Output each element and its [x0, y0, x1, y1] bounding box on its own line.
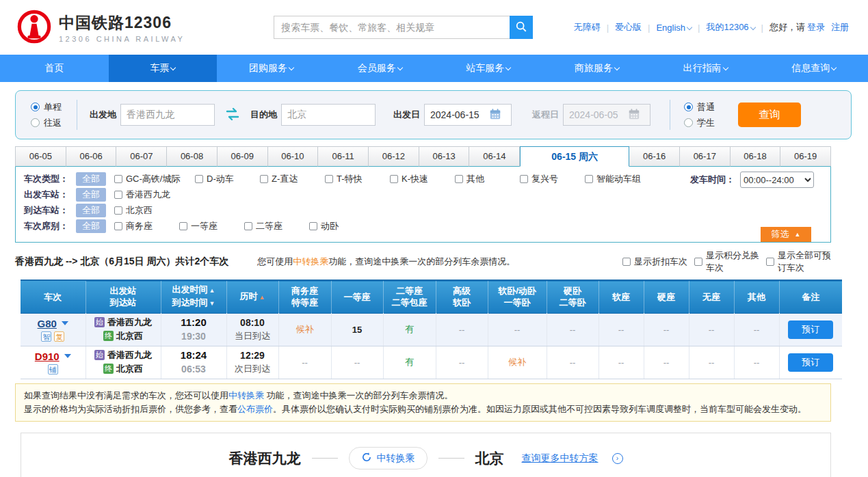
checkbox-icon[interactable] [244, 222, 252, 230]
site-logo[interactable]: 中国铁路12306 12306 CHINA RAILWAY [16, 9, 185, 46]
seat-availability-cell[interactable]: 候补 [488, 346, 547, 379]
checkbox-icon[interactable] [195, 175, 203, 183]
passenger-normal-option[interactable]: 普通 [684, 101, 715, 113]
column-header[interactable]: 历时▲ [226, 280, 278, 313]
login-link[interactable]: 登录 [807, 21, 825, 33]
nav-item-info-query[interactable]: 信息查询 [759, 55, 868, 82]
published-fares-link[interactable]: 公布票价 [237, 404, 273, 414]
date-tab-06-19[interactable]: 06-19 [780, 146, 831, 167]
checkbox-icon[interactable] [114, 206, 122, 215]
date-tab-06-07[interactable]: 06-07 [116, 146, 167, 167]
filter-option[interactable]: 复兴号 [520, 173, 585, 185]
date-tab-06-17[interactable]: 06-17 [680, 146, 731, 167]
date-tab-06-09[interactable]: 06-09 [218, 146, 268, 167]
column-header[interactable]: 一等座 [331, 280, 383, 313]
filter-all-badge[interactable]: 全部 [76, 188, 106, 202]
display-filter-checkbox[interactable]: 显示全部可预订车次 [766, 249, 831, 274]
checkbox-icon[interactable] [766, 258, 774, 266]
column-header[interactable]: 软卧/动卧一等卧 [488, 280, 547, 313]
column-header[interactable]: 硬卧二等卧 [547, 280, 599, 313]
query-submit-button[interactable]: 查询 [738, 103, 801, 127]
filter-option[interactable]: Z-直达 [260, 173, 325, 185]
care-version-link[interactable]: 爱心版 [615, 21, 642, 33]
column-header[interactable]: 备注 [779, 280, 842, 313]
checkbox-icon[interactable] [309, 222, 317, 230]
seat-availability-cell[interactable]: 15 [331, 313, 383, 346]
filter-option[interactable]: GC-高铁/城际 [114, 173, 195, 185]
nav-item-business-travel[interactable]: 商旅服务 [542, 55, 651, 82]
radio-icon[interactable] [31, 118, 40, 127]
filter-option[interactable]: 动卧 [309, 220, 374, 232]
depart-time-select[interactable]: 00:00--24:00 [740, 172, 814, 188]
trip-oneway-option[interactable]: 单程 [31, 101, 62, 113]
filter-option[interactable]: T-特快 [325, 173, 390, 185]
transfer-link[interactable]: 中转换乘 [228, 390, 264, 400]
calendar-icon[interactable] [489, 108, 501, 122]
filter-option[interactable]: D-动车 [195, 173, 260, 185]
filter-all-badge[interactable]: 全部 [76, 172, 106, 186]
date-tab-06-14[interactable]: 06-14 [469, 146, 520, 167]
column-header[interactable]: 软座 [599, 280, 644, 313]
column-header[interactable]: 出发站到达站 [86, 280, 161, 313]
seat-availability-cell[interactable]: 候补 [278, 313, 331, 346]
checkbox-icon[interactable] [325, 175, 333, 183]
date-tab-06-13[interactable]: 06-13 [419, 146, 470, 167]
radio-icon[interactable] [684, 118, 693, 127]
column-header[interactable]: 其他 [734, 280, 779, 313]
checkbox-icon[interactable] [114, 175, 122, 183]
radio-selected-icon[interactable] [684, 103, 693, 111]
date-tab-06-16[interactable]: 06-16 [629, 146, 680, 167]
search-button[interactable] [510, 16, 533, 39]
filter-all-badge[interactable]: 全部 [76, 204, 106, 217]
register-link[interactable]: 注册 [831, 21, 849, 33]
checkbox-icon[interactable] [455, 175, 463, 183]
filter-option[interactable]: 商务座 [114, 220, 179, 232]
trip-roundtrip-option[interactable]: 往返 [31, 117, 62, 129]
from-input[interactable] [127, 109, 209, 120]
date-tab-06-18[interactable]: 06-18 [731, 146, 781, 167]
nav-item-tickets[interactable]: 车票 [109, 55, 218, 82]
checkbox-icon[interactable] [390, 175, 398, 183]
passenger-student-option[interactable]: 学生 [684, 117, 715, 129]
filter-option[interactable]: 一等座 [179, 220, 244, 232]
checkbox-icon[interactable] [114, 191, 122, 199]
nav-item-group-service[interactable]: 团购服务 [217, 55, 326, 82]
date-tab-06-11[interactable]: 06-11 [318, 146, 369, 167]
date-tab-06-10[interactable]: 06-10 [268, 146, 319, 167]
english-link[interactable]: English [656, 23, 692, 33]
column-header[interactable]: 商务座特等座 [278, 280, 331, 313]
checkbox-icon[interactable] [622, 258, 631, 266]
checkbox-icon[interactable] [260, 175, 268, 183]
filter-collapse-button[interactable]: 筛选 ▲ [761, 227, 811, 242]
checkbox-icon[interactable] [114, 222, 122, 230]
column-header[interactable]: 二等座二等包座 [383, 280, 436, 313]
filter-option[interactable]: 香港西九龙 [114, 189, 179, 201]
train-code-link[interactable]: D910 [35, 351, 60, 362]
nav-item-member-service[interactable]: 会员服务 [326, 55, 434, 82]
swap-stations-button[interactable] [224, 107, 241, 123]
checkbox-icon[interactable] [520, 175, 528, 183]
date-tab-06-15[interactable]: 06-15 周六 [520, 146, 629, 167]
sort-arrow-icon[interactable]: ▼ [209, 300, 215, 307]
column-header[interactable]: 高级软卧 [436, 280, 488, 313]
column-header[interactable]: 硬座 [644, 280, 689, 313]
depart-date-input[interactable] [430, 109, 489, 120]
checkbox-icon[interactable] [585, 175, 593, 183]
filter-option[interactable]: 智能动车组 [585, 173, 650, 185]
nav-item-travel-guide[interactable]: 出行指南 [651, 55, 760, 82]
column-header[interactable]: 无座 [689, 280, 734, 313]
filter-option[interactable]: K-快速 [390, 173, 455, 185]
sort-arrow-icon[interactable]: ▲ [259, 294, 265, 301]
checkbox-icon[interactable] [179, 222, 187, 230]
date-tab-06-08[interactable]: 06-08 [167, 146, 218, 167]
my12306-menu[interactable]: 我的12306 [706, 21, 754, 33]
to-input[interactable] [287, 109, 369, 120]
nav-item-station-service[interactable]: 站车服务 [434, 55, 543, 82]
more-transfer-plans-link[interactable]: 查询更多中转方案 [522, 452, 599, 465]
filter-option[interactable]: 北京西 [114, 204, 179, 217]
seat-availability-cell[interactable]: 有 [383, 313, 436, 346]
chevron-down-icon[interactable] [62, 321, 68, 329]
filter-option[interactable]: 其他 [455, 173, 520, 185]
column-header[interactable]: 出发时间▲到达时间▼ [161, 280, 226, 313]
radio-selected-icon[interactable] [31, 103, 40, 111]
